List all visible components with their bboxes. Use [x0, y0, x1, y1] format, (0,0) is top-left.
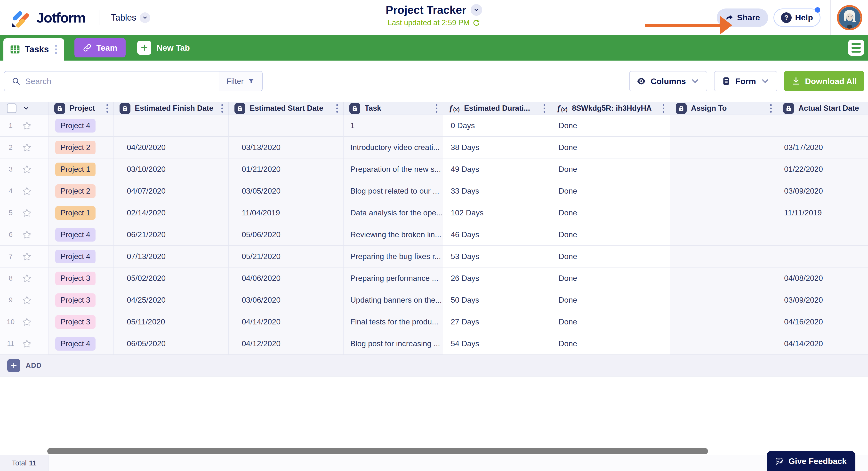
cell-duration[interactable]: 50 Days: [443, 289, 551, 311]
cell-project[interactable]: Project 4: [49, 115, 114, 137]
cell-est_start[interactable]: 03/06/2020: [229, 289, 344, 311]
cell-actual_start[interactable]: 03/09/2020: [777, 289, 868, 311]
cell-task[interactable]: Updating banners on the...: [344, 289, 443, 311]
column-menu-icon[interactable]: [661, 103, 666, 114]
cell-est_finish[interactable]: 02/14/2020: [114, 202, 229, 224]
product-switcher[interactable]: Tables: [111, 12, 150, 23]
column-header[interactable]: Actual Start Date: [777, 102, 868, 114]
cell-actual_start[interactable]: 11/11/2019: [777, 202, 868, 224]
cell-assign_to[interactable]: [670, 289, 777, 311]
star-icon[interactable]: [22, 164, 32, 174]
cell-actual_start[interactable]: 04/08/2020: [777, 267, 868, 289]
column-menu-icon[interactable]: [219, 103, 225, 114]
cell-assign_to[interactable]: [670, 311, 777, 333]
cell-est_start[interactable]: 03/13/2020: [229, 137, 344, 159]
tab-tasks-menu-icon[interactable]: [53, 43, 59, 56]
cell-est_finish[interactable]: 03/10/2020: [114, 159, 229, 180]
cell-est_start[interactable]: [229, 115, 344, 137]
cell-assign_to[interactable]: [670, 224, 777, 246]
user-avatar[interactable]: [837, 5, 862, 30]
cell-est_finish[interactable]: 05/11/2020: [114, 311, 229, 333]
cell-status[interactable]: Done: [551, 137, 670, 159]
cell-actual_start[interactable]: 03/17/2020: [777, 137, 868, 159]
star-icon[interactable]: [22, 186, 32, 196]
cell-project[interactable]: Project 2: [49, 137, 114, 159]
search-input[interactable]: [25, 76, 211, 86]
cell-status[interactable]: Done: [551, 224, 670, 246]
chevron-down-icon[interactable]: [23, 105, 30, 112]
star-icon[interactable]: [22, 273, 32, 283]
cell-project[interactable]: Project 4: [49, 246, 114, 267]
cell-est_start[interactable]: 11/04/2019: [229, 202, 344, 224]
title-chevron-down-icon[interactable]: [471, 4, 482, 16]
cell-est_finish[interactable]: 06/05/2020: [114, 333, 229, 355]
cell-task[interactable]: Introductory video creati...: [344, 137, 443, 159]
column-header[interactable]: Assign To: [670, 102, 777, 114]
cell-assign_to[interactable]: [670, 267, 777, 289]
cell-actual_start[interactable]: [777, 224, 868, 246]
tab-team[interactable]: Team: [74, 38, 125, 58]
cell-task[interactable]: Blog post related to our ...: [344, 180, 443, 202]
column-menu-icon[interactable]: [334, 103, 340, 114]
cell-task[interactable]: Blog post for increasing ...: [344, 333, 443, 355]
filter-button[interactable]: Filter: [219, 71, 262, 91]
cell-project[interactable]: Project 3: [49, 267, 114, 289]
star-icon[interactable]: [22, 317, 32, 327]
add-row-button[interactable]: [7, 359, 20, 372]
tab-list-menu-icon[interactable]: [848, 40, 864, 56]
cell-task[interactable]: Data analysis for the ope...: [344, 202, 443, 224]
cell-est_finish[interactable]: 04/07/2020: [114, 180, 229, 202]
cell-actual_start[interactable]: [777, 246, 868, 267]
cell-actual_start[interactable]: 04/16/2020: [777, 311, 868, 333]
cell-status[interactable]: Done: [551, 115, 670, 137]
cell-est_start[interactable]: 05/06/2020: [229, 224, 344, 246]
cell-assign_to[interactable]: [670, 180, 777, 202]
star-icon[interactable]: [22, 121, 32, 131]
cell-status[interactable]: Done: [551, 180, 670, 202]
new-tab-button[interactable]: New Tab: [137, 38, 190, 58]
column-header[interactable]: Project: [49, 102, 114, 114]
cell-assign_to[interactable]: [670, 115, 777, 137]
cell-task[interactable]: 1: [344, 115, 443, 137]
cell-duration[interactable]: 53 Days: [443, 246, 551, 267]
column-header[interactable]: ƒ(x)Estimated Durati...: [443, 102, 551, 114]
cell-est_start[interactable]: 04/06/2020: [229, 267, 344, 289]
cell-actual_start[interactable]: 01/22/2020: [777, 159, 868, 180]
cell-duration[interactable]: 54 Days: [443, 333, 551, 355]
cell-assign_to[interactable]: [670, 246, 777, 267]
cell-est_finish[interactable]: 06/21/2020: [114, 224, 229, 246]
chevron-down-icon[interactable]: [140, 12, 150, 23]
cell-assign_to[interactable]: [670, 137, 777, 159]
cell-project[interactable]: Project 3: [49, 289, 114, 311]
cell-est_finish[interactable]: 05/02/2020: [114, 267, 229, 289]
tab-tasks[interactable]: Tasks: [3, 38, 64, 61]
star-icon[interactable]: [22, 295, 32, 305]
cell-status[interactable]: Done: [551, 289, 670, 311]
share-button[interactable]: Share: [717, 8, 768, 27]
star-icon[interactable]: [22, 339, 32, 349]
cell-duration[interactable]: 102 Days: [443, 202, 551, 224]
select-all-checkbox[interactable]: [7, 103, 17, 113]
cell-status[interactable]: Done: [551, 202, 670, 224]
cell-project[interactable]: Project 2: [49, 180, 114, 202]
column-menu-icon[interactable]: [104, 103, 110, 114]
column-header[interactable]: Estimated Finish Date: [114, 102, 229, 114]
cell-actual_start[interactable]: 03/09/2020: [777, 180, 868, 202]
cell-task[interactable]: Final tests for the produ...: [344, 311, 443, 333]
cell-duration[interactable]: 38 Days: [443, 137, 551, 159]
form-button[interactable]: Form: [714, 71, 777, 91]
cell-actual_start[interactable]: [777, 115, 868, 137]
cell-status[interactable]: Done: [551, 246, 670, 267]
cell-status[interactable]: Done: [551, 311, 670, 333]
cell-project[interactable]: Project 1: [49, 159, 114, 180]
cell-assign_to[interactable]: [670, 333, 777, 355]
cell-project[interactable]: Project 1: [49, 202, 114, 224]
column-header[interactable]: Estimated Start Date: [229, 102, 344, 114]
column-header[interactable]: ƒ(x)8SWkdg5R: ih3HdyHA: [551, 102, 670, 114]
cell-est_finish[interactable]: [114, 115, 229, 137]
columns-button[interactable]: Columns: [629, 71, 707, 91]
cell-est_start[interactable]: 05/21/2020: [229, 246, 344, 267]
cell-project[interactable]: Project 4: [49, 224, 114, 246]
cell-duration[interactable]: 27 Days: [443, 311, 551, 333]
cell-duration[interactable]: 26 Days: [443, 267, 551, 289]
